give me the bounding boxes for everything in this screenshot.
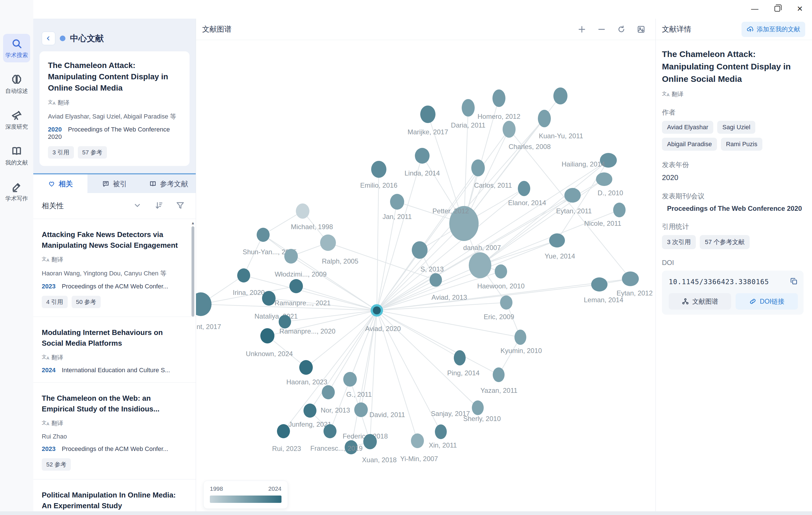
graph-node-yazan[interactable] <box>493 368 504 382</box>
refresh-icon[interactable] <box>617 25 626 34</box>
authors-label: 作者 <box>662 108 804 117</box>
graph-node-ping[interactable] <box>454 350 466 365</box>
graph-node-irina[interactable] <box>237 268 250 282</box>
graph-node-label: Ramanpre..., 2021 <box>275 299 331 307</box>
graph-node-g2011[interactable] <box>343 372 357 387</box>
graph-node-s2013[interactable] <box>412 241 428 259</box>
graph-node-ramanpre20[interactable] <box>279 315 291 328</box>
sort-select[interactable]: 相关性 <box>42 201 64 211</box>
graph-node-daria[interactable] <box>462 99 475 116</box>
chevron-down-icon[interactable] <box>133 201 142 211</box>
graph-node-kuanyu[interactable] <box>538 110 551 127</box>
copy-icon[interactable] <box>790 277 798 287</box>
restore-button[interactable] <box>773 4 782 13</box>
doi-link-button[interactable]: DOI链接 <box>735 293 798 309</box>
translate-button[interactable]: 文A翻译 <box>42 354 63 361</box>
list-item[interactable]: Modulating Internet Behaviours on Social… <box>33 317 196 383</box>
filter-icon[interactable] <box>176 201 184 211</box>
graph-node-hub[interactable] <box>372 305 382 316</box>
legend-max-year: 2024 <box>268 485 282 492</box>
tab-相关[interactable]: 相关 <box>33 174 87 193</box>
graph-node-nt2017[interactable] <box>196 292 211 316</box>
graph-node-unknown24[interactable] <box>260 328 274 344</box>
graph-node-jan[interactable] <box>390 194 404 210</box>
sidebar-item-自动综述[interactable]: 自动综述 <box>3 70 30 98</box>
graph-node-nataliya[interactable] <box>262 291 276 306</box>
graph-node-label: Francesc..., 2019 <box>310 444 362 452</box>
author-chip[interactable]: Sagi Uziel <box>717 121 755 134</box>
close-button[interactable]: ✕ <box>795 4 805 13</box>
graph-node-eric[interactable] <box>500 295 513 309</box>
sidebar-item-深度研究[interactable]: 深度研究 <box>3 106 30 134</box>
author-chip[interactable]: Abigail Paradise <box>662 138 717 151</box>
graph-node-label: Irina, 2020 <box>233 289 265 296</box>
graph-node-marijke[interactable] <box>420 106 435 123</box>
tab-参考文献[interactable]: 参考文献 <box>142 174 196 193</box>
graph-node-ralph[interactable] <box>320 235 336 251</box>
list-item[interactable]: Political Manipulation In Online Media: … <box>33 480 196 515</box>
scrollbar-thumb[interactable] <box>192 226 194 317</box>
paper-venue: Proceedings of The Web Conference 2020 <box>48 126 170 140</box>
center-paper-card[interactable]: The Chameleon Attack: Manipulating Conte… <box>39 51 190 166</box>
list-item[interactable]: The Chameleon on the Web: an Empirical S… <box>33 383 196 480</box>
sidebar-item-学术搜索[interactable]: 学术搜索 <box>3 34 30 62</box>
graph-node-d2010[interactable] <box>596 172 612 186</box>
graph-node-junfeng[interactable] <box>303 404 316 418</box>
translate-button[interactable]: 文A翻译 <box>42 256 63 264</box>
graph-node-david[interactable] <box>354 402 368 417</box>
graph-node-sherly[interactable] <box>472 401 484 415</box>
graph-node-danah[interactable] <box>469 252 491 278</box>
sort-order-icon[interactable] <box>154 201 163 211</box>
graph-node-eytan12[interactable] <box>622 271 639 286</box>
graph-node-rui[interactable] <box>277 424 290 438</box>
graph-node-shunyan[interactable] <box>257 228 270 242</box>
graph-node-charles[interactable] <box>502 121 516 138</box>
graph-node-michael[interactable] <box>296 204 310 219</box>
graph-node-homero[interactable] <box>492 89 505 107</box>
graph-node-label: Eytan, 2012 <box>616 289 652 297</box>
graph-node-emilio[interactable] <box>371 161 386 178</box>
paper-title: Modulating Internet Behaviours on Social… <box>42 327 180 349</box>
tab-被引[interactable]: 被引 <box>87 174 142 193</box>
graph-node-elanor[interactable] <box>518 181 530 196</box>
author-chip[interactable]: Rami Puzis <box>721 138 762 151</box>
zoom-in-icon[interactable] <box>578 25 586 34</box>
graph-node-eytan11[interactable] <box>564 188 581 202</box>
graph-edge <box>377 280 436 310</box>
graph-year-legend: 1998 2024 <box>203 481 288 509</box>
translate-button[interactable]: 文A 翻译 <box>662 90 684 98</box>
graph-node-nor[interactable] <box>322 385 335 399</box>
citation-graph[interactable]: Homero, 2012Daria, 2011Marijke, 2017Kuan… <box>196 40 656 515</box>
graph-node-xuan[interactable] <box>363 434 377 449</box>
author-chip[interactable]: Aviad Elyashar <box>662 121 713 134</box>
graph-node-aviad13[interactable] <box>430 273 442 287</box>
list-item[interactable]: Attacking Fake News Detectors via Manipu… <box>33 219 196 317</box>
add-to-library-button[interactable]: 添加至我的文献 <box>742 22 805 37</box>
graph-node-sanjay[interactable] <box>435 425 447 439</box>
graph-node-francesc[interactable] <box>323 424 337 438</box>
minimize-button[interactable]: — <box>750 4 759 13</box>
graph-node-carlos[interactable] <box>471 159 485 177</box>
graph-node-ramanpre21[interactable] <box>289 279 303 293</box>
graph-node-leman[interactable] <box>591 277 608 292</box>
translate-button[interactable]: 文A 翻译 <box>48 99 69 107</box>
graph-node-nicole[interactable] <box>613 202 626 217</box>
open-graph-button[interactable]: 文献图谱 <box>669 293 731 309</box>
export-image-icon[interactable] <box>637 25 645 34</box>
graph-node-haewoon[interactable] <box>495 264 507 278</box>
graph-node-xin[interactable] <box>411 433 424 448</box>
zoom-out-icon[interactable] <box>597 25 606 34</box>
graph-node-yue[interactable] <box>549 234 565 247</box>
scroll-up-icon[interactable]: ▲ <box>191 221 195 225</box>
graph-node-linda[interactable] <box>415 148 430 164</box>
translate-button[interactable]: 文A翻译 <box>42 419 63 427</box>
graph-node-haoran[interactable] <box>299 360 313 375</box>
sidebar-item-学术写作[interactable]: 学术写作 <box>3 177 30 206</box>
graph-node-wlodzimi[interactable] <box>284 249 298 264</box>
list-scrollbar[interactable]: ▲ <box>191 221 195 515</box>
back-button[interactable] <box>42 32 55 45</box>
graph-node-kyumin[interactable] <box>515 330 526 345</box>
graph-node-topnode[interactable] <box>553 87 568 104</box>
author-chips: Aviad ElyasharSagi UzielAbigail Paradise… <box>662 121 804 151</box>
sidebar-item-我的文献[interactable]: 我的文献 <box>3 141 30 170</box>
